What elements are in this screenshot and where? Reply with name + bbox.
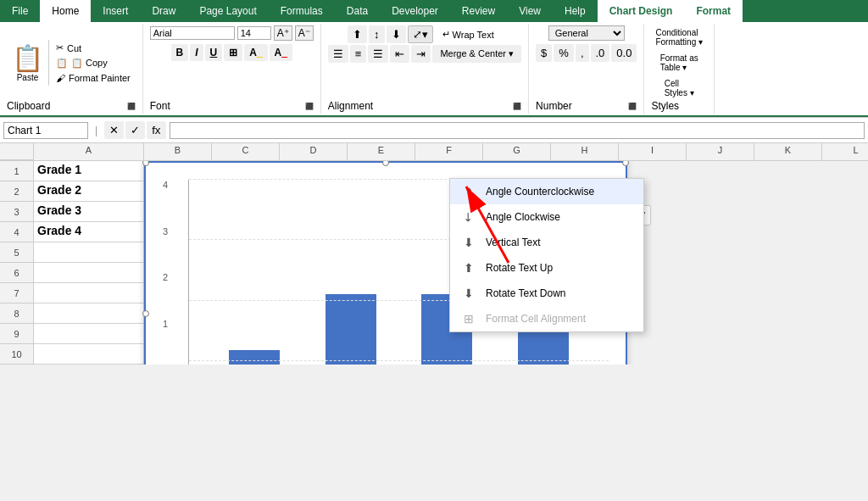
tab-help[interactable]: Help <box>553 0 598 22</box>
cut-label: Cut <box>67 43 81 53</box>
underline-button[interactable]: U <box>205 44 223 61</box>
confirm-button[interactable]: ✓ <box>125 121 145 139</box>
col-header-a[interactable]: A <box>34 143 144 160</box>
cell-a5[interactable] <box>34 242 144 263</box>
number-format-select[interactable]: General <box>548 25 625 41</box>
currency-button[interactable]: $ <box>536 44 552 62</box>
col-header-j[interactable]: J <box>687 143 754 160</box>
font-color-button[interactable]: A_ <box>270 44 292 61</box>
tab-format[interactable]: Format <box>684 0 743 22</box>
decrease-decimal-button[interactable]: .0 <box>591 44 610 62</box>
decrease-indent-button[interactable]: ⇤ <box>390 45 409 63</box>
increase-indent-button[interactable]: ⇥ <box>411 45 431 63</box>
row-header-3[interactable]: 3 <box>0 202 34 222</box>
row-header-2[interactable]: 2 <box>0 181 34 202</box>
italic-button[interactable]: I <box>190 44 203 61</box>
cell-a1[interactable]: Grade 1 <box>34 161 144 181</box>
styles-label: Styles <box>651 100 679 112</box>
tab-insert[interactable]: Insert <box>91 0 140 22</box>
cell-a3[interactable]: Grade 3 <box>34 202 144 222</box>
row-header-10[interactable]: 10 <box>0 344 34 365</box>
border-button[interactable]: ⊞ <box>224 44 242 61</box>
font-expand-icon[interactable]: ⬛ <box>305 103 314 110</box>
cut-button[interactable]: ✂ Cut <box>51 41 136 55</box>
row-header-9[interactable]: 9 <box>0 324 34 344</box>
merge-button[interactable]: Merge & Center ▾ <box>432 45 521 63</box>
format-as-table-button[interactable]: Format asTable ▾ <box>656 51 703 75</box>
comma-button[interactable]: , <box>576 44 589 62</box>
bold-button[interactable]: B <box>171 44 189 61</box>
align-right-button[interactable]: ☰ <box>368 45 388 63</box>
col-header-k[interactable]: K <box>754 143 822 160</box>
tab-home[interactable]: Home <box>40 0 91 22</box>
function-button[interactable]: fx <box>147 121 165 139</box>
row-header-7[interactable]: 7 <box>0 283 34 303</box>
col-header-c[interactable]: C <box>212 143 280 160</box>
row-header-8[interactable]: 8 <box>0 303 34 324</box>
dropdown-item-rotate-up[interactable]: ⬆ Rotate Text Up <box>450 255 643 281</box>
col-header-b[interactable]: B <box>144 143 212 160</box>
fill-color-button[interactable]: A_ <box>244 44 267 61</box>
cell-a2[interactable]: Grade 2 <box>34 181 144 202</box>
wrap-text-button[interactable]: ↵ Wrap Text <box>435 25 502 43</box>
copy-button[interactable]: 📋 📋 Copy <box>51 56 136 70</box>
dropdown-item-rotate-down[interactable]: ⬇ Rotate Text Down <box>450 281 643 306</box>
align-bottom-button[interactable]: ⬇ <box>387 25 406 43</box>
cell-a4[interactable]: Grade 4 <box>34 222 144 242</box>
cell-a9[interactable] <box>34 324 144 344</box>
font-name-select[interactable] <box>150 26 235 40</box>
tab-view[interactable]: View <box>507 0 553 22</box>
grid-line-25 <box>189 360 609 361</box>
col-header-f[interactable]: F <box>415 143 483 160</box>
row-header-4[interactable]: 4 <box>0 222 34 242</box>
sheet-body: 1 2 3 4 5 6 7 8 9 10 Grade 1 4 <box>0 161 868 365</box>
row-header-5[interactable]: 5 <box>0 242 34 263</box>
cell-a10[interactable] <box>34 344 144 365</box>
font-size-increase[interactable]: A⁺ <box>274 25 292 41</box>
number-expand-icon[interactable]: ⬛ <box>628 103 637 110</box>
tab-developer[interactable]: Developer <box>380 0 450 22</box>
dropdown-item-angle-cw[interactable]: ↘ Angle Clockwise <box>450 204 643 230</box>
cell-styles-button[interactable]: CellStyles ▾ <box>660 76 698 100</box>
tab-page-layout[interactable]: Page Layout <box>187 0 268 22</box>
conditional-format-button[interactable]: ConditionalFormatting ▾ <box>651 25 707 49</box>
align-middle-button[interactable]: ↕ <box>369 25 385 43</box>
name-box[interactable] <box>3 122 88 139</box>
number-label: Number <box>536 100 572 112</box>
dropdown-item-vertical[interactable]: ⬇ Vertical Text <box>450 230 643 255</box>
orientation-button[interactable]: ⤢▾ <box>408 25 433 43</box>
align-left-button[interactable]: ☰ <box>328 45 348 63</box>
tab-draw[interactable]: Draw <box>140 0 187 22</box>
paste-button[interactable]: 📋 Paste <box>7 40 49 86</box>
font-size-decrease[interactable]: A⁻ <box>295 25 314 41</box>
chart-handle-ml[interactable] <box>142 310 149 317</box>
cell-a8[interactable] <box>34 303 144 324</box>
formula-input[interactable] <box>170 122 865 139</box>
align-center-button[interactable]: ≡ <box>350 45 367 63</box>
cell-a6[interactable] <box>34 263 144 283</box>
col-header-i[interactable]: I <box>619 143 687 160</box>
col-header-d[interactable]: D <box>280 143 348 160</box>
tab-chart-design[interactable]: Chart Design <box>598 0 685 22</box>
col-header-h[interactable]: H <box>551 143 619 160</box>
increase-decimal-button[interactable]: 0.0 <box>611 44 637 62</box>
clipboard-expand-icon[interactable]: ⬛ <box>127 103 136 110</box>
align-top-button[interactable]: ⬆ <box>348 25 367 43</box>
format-painter-button[interactable]: 🖌 Format Painter <box>51 71 136 85</box>
dropdown-item-angle-ccw[interactable]: ↗ Angle Counterclockwise <box>450 179 643 204</box>
col-header-l[interactable]: L <box>822 143 868 160</box>
font-size-select[interactable] <box>237 26 271 40</box>
tab-review[interactable]: Review <box>450 0 507 22</box>
cancel-button[interactable]: ✕ <box>104 121 124 139</box>
col-header-e[interactable]: E <box>348 143 415 160</box>
font-group: A⁺ A⁻ B I U ⊞ A_ A_ Font ⬛ <box>143 24 321 114</box>
tab-data[interactable]: Data <box>335 0 380 22</box>
tab-file[interactable]: File <box>0 0 40 22</box>
col-header-g[interactable]: G <box>483 143 551 160</box>
cell-a7[interactable] <box>34 283 144 303</box>
row-header-6[interactable]: 6 <box>0 263 34 283</box>
percent-button[interactable]: % <box>554 44 574 62</box>
row-header-1[interactable]: 1 <box>0 161 34 181</box>
tab-formulas[interactable]: Formulas <box>269 0 335 22</box>
alignment-expand-icon[interactable]: ⬛ <box>513 103 521 110</box>
